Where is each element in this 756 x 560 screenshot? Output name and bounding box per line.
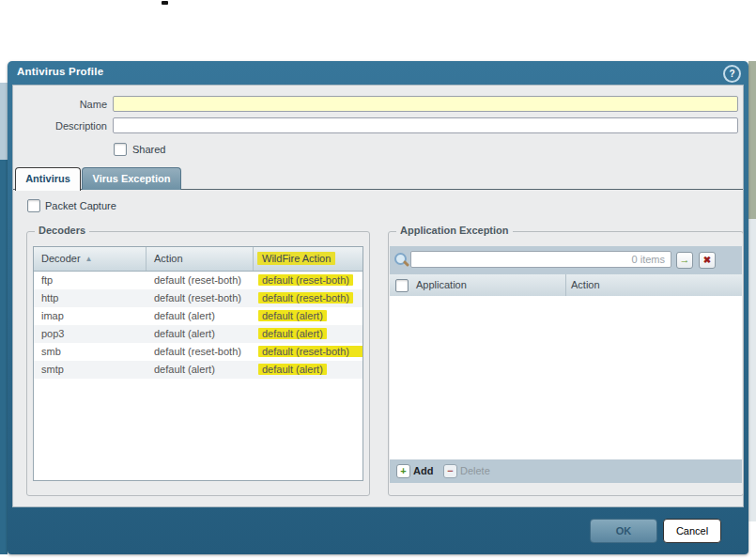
shared-label: Shared xyxy=(132,144,165,155)
column-header-action[interactable]: Action xyxy=(147,247,254,271)
antivirus-profile-dialog: Antivirus Profile ? Name Description Sha… xyxy=(8,61,748,554)
table-row[interactable]: smtp default (alert) default (alert) xyxy=(34,361,363,379)
tab-virus-exception[interactable]: Virus Exception xyxy=(82,167,181,190)
apply-filter-button[interactable]: → xyxy=(676,252,693,269)
application-table-body xyxy=(390,296,742,459)
table-row[interactable]: http default (reset-both) default (reset… xyxy=(34,289,363,307)
delete-icon[interactable]: − xyxy=(443,464,457,478)
background-strip-left-blue xyxy=(0,83,8,160)
dialog-title: Antivirus Profile xyxy=(17,66,103,77)
name-input[interactable] xyxy=(113,96,738,112)
add-button[interactable]: Add xyxy=(413,459,433,483)
name-label: Name xyxy=(13,99,107,110)
help-icon[interactable]: ? xyxy=(723,65,741,83)
select-all-checkbox[interactable] xyxy=(395,279,409,292)
wildfire-cell-highlight: default (alert) xyxy=(258,364,327,375)
decoders-legend: Decoders xyxy=(35,225,89,236)
packet-capture-label: Packet Capture xyxy=(45,200,116,211)
screen-artifact-speck xyxy=(162,1,168,5)
column-header-application[interactable]: Application xyxy=(416,274,467,296)
sort-asc-icon: ▲ xyxy=(85,255,93,263)
wildfire-cell-highlight: default (alert) xyxy=(258,310,327,321)
decoders-table-header: Decoder▲ Action WildFire Action xyxy=(34,247,363,272)
background-strip-left-teal xyxy=(0,160,8,554)
table-row[interactable]: pop3 default (alert) default (alert) xyxy=(34,325,363,343)
wildfire-header-highlight: WildFire Action xyxy=(257,252,335,265)
screen: Antivirus Profile ? Name Description Sha… xyxy=(0,0,756,560)
wildfire-cell-highlight: default (reset-both) xyxy=(258,346,363,357)
dialog-content: Name Description Shared Antivirus Virus … xyxy=(12,85,744,507)
clear-filter-button[interactable]: ✖ xyxy=(699,252,716,269)
delete-button[interactable]: Delete xyxy=(460,459,490,483)
application-table-toolbar: + Add − Delete xyxy=(390,459,742,483)
dialog-titlebar: Antivirus Profile ? xyxy=(8,61,748,85)
tab-antivirus[interactable]: Antivirus xyxy=(15,167,81,191)
wildfire-cell-highlight: default (reset-both) xyxy=(258,292,353,303)
application-table-header: Application Action xyxy=(390,274,742,297)
search-icon-handle xyxy=(403,260,409,267)
decoders-table: Decoder▲ Action WildFire Action ftp defa… xyxy=(33,246,363,481)
table-row[interactable]: ftp default (reset-both) default (reset-… xyxy=(34,272,363,289)
column-separator xyxy=(565,274,566,296)
application-exception-group: Application Exception 0 items → ✖ Applic… xyxy=(388,231,744,496)
description-input[interactable] xyxy=(113,117,738,133)
items-count: 0 items xyxy=(632,254,665,265)
description-label: Description xyxy=(13,120,107,132)
wildfire-cell-highlight: default (reset-both) xyxy=(258,274,353,286)
table-row[interactable]: imap default (alert) default (alert) xyxy=(34,307,363,325)
column-header-decoder[interactable]: Decoder▲ xyxy=(34,247,147,271)
application-search-input[interactable]: 0 items xyxy=(410,251,671,268)
add-icon[interactable]: + xyxy=(396,464,410,478)
packet-capture-checkbox[interactable] xyxy=(27,199,40,212)
application-search-bar: 0 items → ✖ xyxy=(390,246,742,274)
column-header-wildfire-action[interactable]: WildFire Action xyxy=(254,247,363,271)
shared-checkbox[interactable] xyxy=(114,143,127,156)
wildfire-cell-highlight: default (alert) xyxy=(258,328,327,339)
decoders-group: Decoders Decoder▲ Action WildFire Action… xyxy=(26,231,370,496)
cancel-button[interactable]: Cancel xyxy=(663,519,721,543)
application-exception-legend: Application Exception xyxy=(396,225,513,236)
dialog-footer: OK Cancel xyxy=(8,507,748,554)
table-row[interactable]: smb default (reset-both) default (reset-… xyxy=(34,343,363,361)
ok-button[interactable]: OK xyxy=(590,519,657,543)
column-header-action[interactable]: Action xyxy=(571,274,600,296)
background-strip-right-gray xyxy=(748,219,756,521)
background-strip-right-green xyxy=(748,61,756,219)
